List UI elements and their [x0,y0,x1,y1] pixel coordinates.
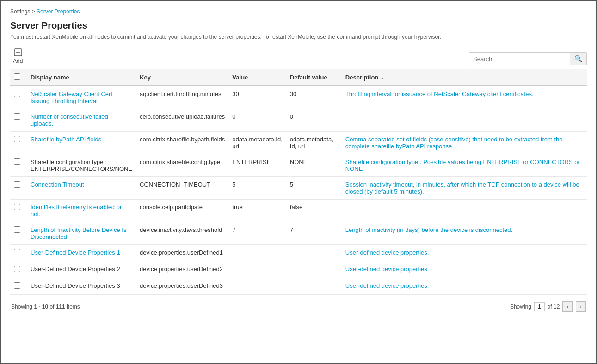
key-cell: com.citrix.sharefile.config.type [136,154,228,177]
table-row: Identifies if telemetry is enabled or no… [10,200,587,222]
header-default-value: Default value [286,69,342,86]
default-value-cell: false [286,200,342,222]
row-checkbox-cell [10,177,27,200]
value-cell: odata.metadata,Id, url [228,132,286,154]
table-row: User-Defined Device Properties 3device.p… [10,278,587,295]
breadcrumb-current[interactable]: Server Properties [37,8,80,15]
page-title: Server Properties [10,20,587,31]
key-cell: com.citrix.sharefile.bypath.fields [136,132,228,154]
display-name-link[interactable]: Length of Inactivity Before Device Is Di… [31,226,126,240]
row-checkbox[interactable] [14,249,20,255]
row-checkbox[interactable] [14,226,20,233]
default-value-cell [286,278,342,295]
search-input[interactable] [469,53,570,65]
value-cell: ENTERPRISE [228,154,286,177]
description-cell [342,109,587,132]
current-page: 1 [534,302,545,311]
row-checkbox[interactable] [14,136,20,142]
display-name-link[interactable]: Number of consecutive failed uploads. [31,113,108,127]
row-checkbox[interactable] [14,266,20,272]
add-label: Add [13,58,23,64]
table-row: NetScaler Gateway Client Cert Issuing Th… [10,86,587,109]
header-description: Description ⌄ [342,69,587,86]
display-name-cell: Number of consecutive failed uploads. [27,109,136,132]
display-name-link[interactable]: Identifies if telemetry is enabled or no… [31,204,122,218]
default-value-cell [286,261,342,278]
server-properties-table: Display name Key Value Default value Des… [10,69,587,295]
display-name-cell: User-Defined Device Properties 3 [27,278,136,295]
key-cell: device.properties.userDefined1 [136,245,228,261]
description-cell: Session inactivity timeout, in minutes, … [342,177,587,200]
row-checkbox-cell [10,261,27,278]
display-name-link[interactable]: User-Defined Device Properties 1 [31,249,120,256]
row-checkbox-cell [10,200,27,222]
default-value-cell [286,245,342,261]
prev-page-button[interactable]: ‹ [562,301,572,312]
header-display-name: Display name [27,69,136,86]
key-cell: device.properties.userDefined2 [136,261,228,278]
add-button[interactable]: Add [10,47,25,65]
search-button[interactable]: 🔍 [570,53,586,65]
key-cell: device.properties.userDefined3 [136,278,228,295]
description-text: Sharefile configuration type . Possible … [345,158,580,172]
pagination-showing-label: Showing [510,303,531,310]
of-pages-label: of 12 [548,303,560,310]
key-cell: device.inactivity.days.threshold [136,222,228,245]
display-name-link[interactable]: Connection Timeout [31,181,84,188]
breadcrumb: Settings > Server Properties [10,8,587,15]
footer: Showing 1 - 10 of 111 items Showing 1 of… [10,301,587,312]
description-text: Session inactivity timeout, in minutes, … [345,181,579,195]
display-name-cell: User-Defined Device Properties 1 [27,245,136,261]
row-checkbox[interactable] [14,181,20,188]
description-cell: User-defined device properties. [342,261,587,278]
description-cell: Throttling interval for issuance of NetS… [342,86,587,109]
display-name-cell: Sharefile configuration type : ENTERPRIS… [27,154,136,177]
table-row: Number of consecutive failed uploads.cei… [10,109,587,132]
of-label: of [49,303,54,310]
display-name-cell: NetScaler Gateway Client Cert Issuing Th… [27,86,136,109]
display-name-cell: Identifies if telemetry is enabled or no… [27,200,136,222]
header-checkbox-col [10,69,27,86]
description-cell [342,200,587,222]
showing-info: Showing 1 - 10 of 111 items [11,303,80,310]
row-checkbox[interactable] [14,282,20,289]
row-checkbox-cell [10,245,27,261]
display-name-link[interactable]: NetScaler Gateway Client Cert Issuing Th… [31,91,112,104]
description-text: Throttling interval for issuance of NetS… [345,91,534,97]
row-checkbox-cell [10,109,27,132]
page-subtitle: You must restart XenMobile on all nodes … [10,34,587,40]
default-value-cell: 0 [286,109,342,132]
table-row: Sharefile byPath API fieldscom.citrix.sh… [10,132,587,154]
table-header-row: Display name Key Value Default value Des… [10,69,587,86]
row-checkbox[interactable] [14,91,20,97]
add-icon [13,48,23,57]
table-row: Connection TimeoutCONNECTION_TIMEOUT55Se… [10,177,587,200]
sort-arrow-icon[interactable]: ⌄ [380,74,384,80]
row-checkbox[interactable] [14,204,20,210]
row-checkbox[interactable] [14,158,20,165]
row-checkbox[interactable] [14,113,20,120]
showing-label: Showing [11,303,32,310]
toolbar: Add 🔍 [10,47,587,65]
description-text: User-defined device properties. [345,266,429,273]
select-all-checkbox[interactable] [14,73,20,80]
row-checkbox-cell [10,278,27,295]
key-cell: console.ceip.participate [136,200,228,222]
display-name-link[interactable]: Sharefile byPath API fields [31,136,101,143]
row-checkbox-cell [10,154,27,177]
default-value-cell: 7 [286,222,342,245]
next-page-button[interactable]: › [576,301,586,312]
key-cell: ceip.consecutive.upload.failures [136,109,228,132]
value-cell [228,278,286,295]
items-label: items [67,303,80,310]
value-cell: 0 [228,109,286,132]
key-cell: CONNECTION_TIMEOUT [136,177,228,200]
key-cell: ag.client.cert.throttling.minutes [136,86,228,109]
default-value-cell: NONE [286,154,342,177]
breadcrumb-parent: Settings [10,8,30,15]
value-cell: 7 [228,222,286,245]
description-text: Comma separated set of fields (case-sens… [345,136,563,150]
row-checkbox-cell [10,222,27,245]
value-cell: 5 [228,177,286,200]
search-box: 🔍 [469,52,587,65]
